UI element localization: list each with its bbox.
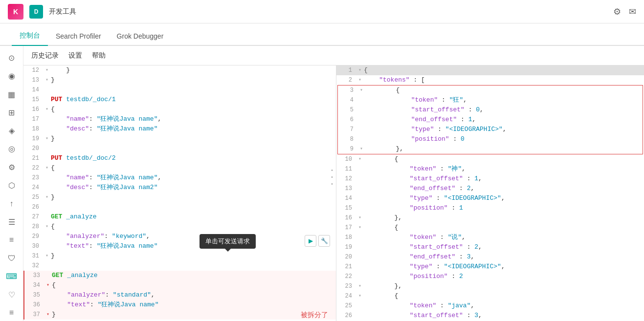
- table-row: 22 ▾ {: [23, 163, 336, 173]
- table-row: 13 ▾ }: [23, 75, 336, 85]
- table-row: 3 ▾ {: [337, 85, 643, 95]
- table-row: 4 "token" : "狂",: [337, 95, 643, 105]
- table-row: 20 "end_offset" : 3,: [336, 252, 644, 262]
- table-row: 16 ▾ },: [336, 213, 644, 223]
- sidebar-icon-maps[interactable]: ◎: [3, 141, 21, 157]
- table-row: 18 "token" : "说",: [336, 233, 644, 242]
- table-row: 24 ▾ {: [336, 291, 644, 301]
- table-row: 34 ▾ {: [23, 280, 336, 290]
- sidebar: ⊙ ◉ ▦ ⊞ ◈ ◎ ⚙ ⬡ ↑ ☰ ≡ 🛡 ⌨ ♡ ≡: [0, 46, 23, 321]
- table-row: 33 GET _analyze: [23, 271, 336, 280]
- table-row: 17 ▾ {: [336, 223, 644, 233]
- table-row: 22 "position" : 2: [336, 272, 644, 281]
- table-row: 31 ▾ }: [23, 251, 336, 261]
- wrench-button[interactable]: 🔧: [318, 235, 330, 247]
- table-row: 19 "start_offset" : 2,: [336, 242, 644, 252]
- table-row: 21 PUT testdb/_doc/2: [23, 153, 336, 163]
- table-row: 27 GET _analyze: [23, 212, 336, 222]
- left-code-editor[interactable]: 12 ▾ } 13 ▾ } 14: [23, 65, 336, 321]
- table-row: 25 ▾ }: [23, 193, 336, 202]
- table-row: 12 ▾ }: [23, 65, 336, 75]
- nav-tabs: 控制台 Search Profiler Grok Debugger: [0, 23, 644, 46]
- mail-icon[interactable]: ✉: [629, 6, 636, 17]
- table-row: 36 "text": "狂神说Java name": [23, 300, 336, 310]
- table-row: 26: [23, 202, 336, 212]
- sidebar-icon-apm[interactable]: ↑: [3, 195, 21, 212]
- tab-console[interactable]: 控制台: [12, 26, 48, 46]
- header-bar: K D 开发工具 ⚙ ✉: [0, 0, 644, 23]
- table-row: 32: [23, 261, 336, 271]
- table-row: 7 "type" : "<IDEOGRAPHIC>",: [337, 125, 643, 134]
- table-row: 37 ▾ }: [23, 310, 336, 320]
- header-icons: ⚙ ✉: [613, 6, 636, 17]
- sidebar-icon-canvas[interactable]: ◈: [3, 123, 21, 139]
- table-row: 15 "position" : 1: [336, 203, 644, 213]
- right-editor: 1 ▾ { 2 ▾ "tokens" : [ 3 ▾: [336, 65, 644, 321]
- table-row: 6 "end_offset" : 1,: [337, 115, 643, 125]
- drag-handle[interactable]: • • •: [328, 168, 336, 187]
- table-row: 35 "analyzer": "standard",: [23, 290, 336, 300]
- table-row: 23 ▾ },: [336, 281, 644, 291]
- tab-profiler[interactable]: Search Profiler: [48, 27, 109, 46]
- table-row: 16 ▾ {: [23, 105, 336, 114]
- user-avatar[interactable]: D: [29, 5, 43, 19]
- table-row: 28 ▾ {: [23, 222, 336, 232]
- kibana-logo[interactable]: K: [8, 4, 23, 20]
- table-row: 24 "desc": "狂神说Java nam2": [23, 183, 336, 193]
- split-label: 被拆分了: [301, 311, 328, 320]
- table-row: 18 "desc": "狂神说Java name": [23, 124, 336, 134]
- table-row: 25 "token" : "java",: [336, 301, 644, 311]
- content-area: 历史记录 设置 帮助 12 ▾ } 13 ▾: [23, 46, 644, 321]
- sidebar-icon-discover[interactable]: ◉: [3, 68, 21, 84]
- table-row: 1 ▾ {: [336, 65, 644, 75]
- settings-icon[interactable]: ⚙: [613, 6, 621, 17]
- sidebar-icon-visualize[interactable]: ▦: [3, 86, 21, 103]
- sidebar-icon-siem[interactable]: 🛡: [3, 250, 21, 266]
- table-row: 12 "start_offset" : 1,: [336, 174, 644, 184]
- run-button[interactable]: ▶: [305, 235, 316, 247]
- sidebar-icon-ml[interactable]: ⚙: [3, 159, 21, 175]
- tab-debugger[interactable]: Grok Debugger: [109, 27, 172, 46]
- help-button[interactable]: 帮助: [92, 49, 106, 62]
- toolbar: 历史记录 设置 帮助: [23, 46, 644, 65]
- settings-button[interactable]: 设置: [68, 49, 82, 62]
- sidebar-icon-monitoring[interactable]: ♡: [3, 286, 21, 302]
- table-row: 13 "end_offset" : 2,: [336, 184, 644, 193]
- table-row: 2 ▾ "tokens" : [: [336, 75, 644, 85]
- table-row: 20: [23, 144, 336, 153]
- sidebar-icon-devtools[interactable]: ⌨: [3, 268, 21, 284]
- table-row: 8 "position" : 0: [337, 134, 643, 144]
- send-request-tooltip: 单击可发送请求: [200, 234, 256, 249]
- table-row: 14: [23, 85, 336, 95]
- sidebar-icon-home[interactable]: ⊙: [3, 50, 21, 66]
- table-row: 29 "analyzer": "keyword",: [23, 232, 336, 241]
- sidebar-icon-more[interactable]: ≡: [3, 305, 21, 321]
- sidebar-icon-dashboard[interactable]: ⊞: [3, 105, 21, 121]
- left-editor: 12 ▾ } 13 ▾ } 14: [23, 65, 336, 321]
- table-row: 9 ▾ },: [337, 144, 643, 154]
- app-title: 开发工具: [49, 7, 607, 16]
- action-icons: ▶ 🔧: [305, 235, 330, 247]
- table-row: 15 PUT testdb/_doc/1: [23, 95, 336, 105]
- table-row: 26 "start_offset" : 3,: [336, 311, 644, 321]
- sidebar-icon-logs[interactable]: ≡: [3, 232, 21, 248]
- table-row: 11 "token" : "神",: [336, 164, 644, 174]
- table-row: 5 "start_offset" : 0,: [337, 105, 643, 115]
- editors-row: 12 ▾ } 13 ▾ } 14: [23, 65, 644, 321]
- table-row: 19 ▾ }: [23, 134, 336, 144]
- main-layout: ⊙ ◉ ▦ ⊞ ◈ ◎ ⚙ ⬡ ↑ ☰ ≡ 🛡 ⌨ ♡ ≡ 历史记录 设置 帮助: [0, 46, 644, 321]
- table-row: 17 "name": "狂神说Java name",: [23, 114, 336, 124]
- right-code-editor[interactable]: 1 ▾ { 2 ▾ "tokens" : [ 3 ▾: [336, 65, 644, 321]
- sidebar-icon-graph[interactable]: ⬡: [3, 177, 21, 193]
- table-row: 14 "type" : "<IDEOGRAPHIC>",: [336, 193, 644, 203]
- table-row: 30 "text": "狂神说Java name": [23, 241, 336, 251]
- table-row: 10 ▾ {: [336, 154, 644, 164]
- sidebar-icon-infra[interactable]: ☰: [3, 214, 21, 230]
- history-button[interactable]: 历史记录: [31, 49, 59, 62]
- table-row: 21 "type" : "<IDEOGRAPHIC>",: [336, 262, 644, 272]
- table-row: 23 "name": "狂神说Java name",: [23, 173, 336, 183]
